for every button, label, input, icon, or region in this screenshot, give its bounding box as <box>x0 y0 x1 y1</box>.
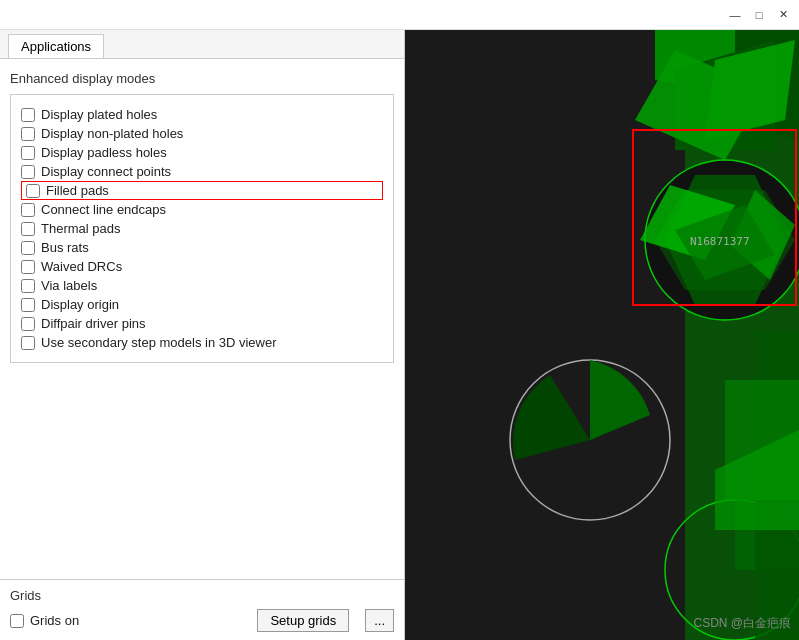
tab-applications[interactable]: Applications <box>8 34 104 58</box>
checkbox-label-cb6: Connect line endcaps <box>41 202 166 217</box>
checkbox-label-cb5: Filled pads <box>46 183 109 198</box>
checkbox-input-cb6[interactable] <box>21 203 35 217</box>
checkbox-input-cb12[interactable] <box>21 317 35 331</box>
close-button[interactable]: ✕ <box>775 7 791 23</box>
minimize-button[interactable]: — <box>727 7 743 23</box>
checkbox-label-cb12: Diffpair driver pins <box>41 316 146 331</box>
checkbox-label-cb7: Thermal pads <box>41 221 120 236</box>
checkbox-label-cb11: Display origin <box>41 297 119 312</box>
grids-on-input[interactable] <box>10 614 24 628</box>
checkbox-item-cb4[interactable]: Display connect points <box>21 162 383 181</box>
enhanced-display-modes-group: Display plated holesDisplay non-plated h… <box>10 94 394 363</box>
checkbox-input-cb4[interactable] <box>21 165 35 179</box>
checkbox-label-cb1: Display plated holes <box>41 107 157 122</box>
grids-row: Grids on Setup grids ... <box>10 609 394 632</box>
checkbox-input-cb13[interactable] <box>21 336 35 350</box>
dots-button[interactable]: ... <box>365 609 394 632</box>
checkbox-input-cb10[interactable] <box>21 279 35 293</box>
title-bar: — □ ✕ <box>0 0 799 30</box>
checkbox-label-cb8: Bus rats <box>41 240 89 255</box>
checkbox-input-cb11[interactable] <box>21 298 35 312</box>
checkbox-label-cb2: Display non-plated holes <box>41 126 183 141</box>
checkbox-label-cb9: Waived DRCs <box>41 259 122 274</box>
main-layout: Applications Enhanced display modes Disp… <box>0 30 799 640</box>
checkbox-label-cb13: Use secondary step models in 3D viewer <box>41 335 277 350</box>
panel-content: Enhanced display modes Display plated ho… <box>0 59 404 579</box>
grids-on-checkbox-item[interactable]: Grids on <box>10 611 79 630</box>
checkbox-item-cb13[interactable]: Use secondary step models in 3D viewer <box>21 333 383 352</box>
svg-text:N16871377: N16871377 <box>690 235 750 248</box>
maximize-button[interactable]: □ <box>751 7 767 23</box>
grids-on-label: Grids on <box>30 613 79 628</box>
grids-section: Grids Grids on Setup grids ... <box>0 579 404 640</box>
checkbox-input-cb3[interactable] <box>21 146 35 160</box>
section-title-enhanced: Enhanced display modes <box>10 71 394 86</box>
checkbox-item-cb6[interactable]: Connect line endcaps <box>21 200 383 219</box>
checkbox-input-cb7[interactable] <box>21 222 35 236</box>
checkbox-item-cb5[interactable]: Filled pads <box>21 181 383 200</box>
checkbox-input-cb9[interactable] <box>21 260 35 274</box>
checkbox-item-cb12[interactable]: Diffpair driver pins <box>21 314 383 333</box>
tabs-bar: Applications <box>0 30 404 59</box>
checkbox-item-cb7[interactable]: Thermal pads <box>21 219 383 238</box>
watermark: CSDN @白金疤痕 <box>693 615 791 632</box>
setup-grids-button[interactable]: Setup grids <box>257 609 349 632</box>
checkbox-input-cb5[interactable] <box>26 184 40 198</box>
checkbox-label-cb4: Display connect points <box>41 164 171 179</box>
checkbox-label-cb10: Via labels <box>41 278 97 293</box>
checkbox-label-cb3: Display padless holes <box>41 145 167 160</box>
checkbox-item-cb10[interactable]: Via labels <box>21 276 383 295</box>
checkbox-input-cb1[interactable] <box>21 108 35 122</box>
checkbox-item-cb9[interactable]: Waived DRCs <box>21 257 383 276</box>
pcb-canvas: N16871377 <box>405 30 799 640</box>
right-panel: N16871377 CSDN @白金疤痕 <box>405 30 799 640</box>
checkbox-item-cb2[interactable]: Display non-plated holes <box>21 124 383 143</box>
checkbox-item-cb8[interactable]: Bus rats <box>21 238 383 257</box>
checkbox-item-cb11[interactable]: Display origin <box>21 295 383 314</box>
checkbox-item-cb1[interactable]: Display plated holes <box>21 105 383 124</box>
checkbox-item-cb3[interactable]: Display padless holes <box>21 143 383 162</box>
grids-title: Grids <box>10 588 394 603</box>
window-controls: — □ ✕ <box>727 7 791 23</box>
left-panel: Applications Enhanced display modes Disp… <box>0 30 405 640</box>
checkbox-input-cb2[interactable] <box>21 127 35 141</box>
checkbox-input-cb8[interactable] <box>21 241 35 255</box>
